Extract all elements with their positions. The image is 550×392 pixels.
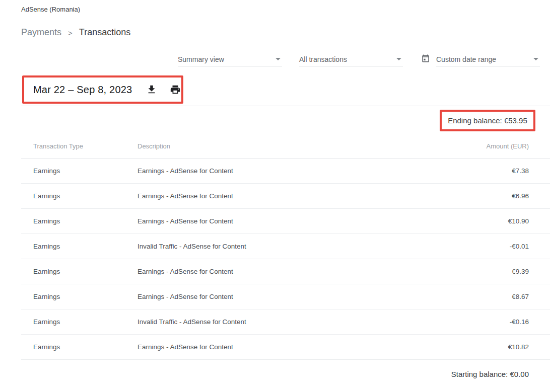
cell-description: Earnings - AdSense for Content [138,293,448,300]
breadcrumb-separator-icon: > [68,29,73,37]
download-icon[interactable] [146,84,157,96]
cell-transaction-type: Earnings [33,192,138,200]
cell-amount: €6.96 [448,192,529,200]
table-row: EarningsInvalid Traffic - AdSense for Co… [21,309,550,335]
table-header: Transaction Type Description Amount (EUR… [21,134,550,159]
breadcrumb: Payments > Transactions [21,27,130,38]
date-range-label: Mar 22 – Sep 8, 2023 [33,84,132,96]
cell-amount: -€0.01 [448,243,529,250]
column-transaction-type: Transaction Type [33,142,138,150]
cell-amount: €8.67 [448,293,529,300]
calendar-icon[interactable] [421,54,430,63]
transactions-table: Transaction Type Description Amount (EUR… [21,134,550,360]
cell-description: Invalid Traffic - AdSense for Content [138,243,448,250]
table-body: EarningsEarnings - AdSense for Content€7… [21,159,550,360]
table-row: EarningsEarnings - AdSense for Content€9… [21,259,550,284]
chevron-down-icon [396,58,401,60]
cell-transaction-type: Earnings [33,268,138,275]
ending-balance-label: Ending balance: €53.95 [448,116,527,125]
cell-amount: €10.82 [448,343,529,351]
annotation-box-date-range: Mar 22 – Sep 8, 2023 [22,75,183,104]
cell-description: Earnings - AdSense for Content [138,167,448,175]
cell-amount: €10.90 [448,217,529,225]
column-amount: Amount (EUR) [448,142,529,150]
date-range-value: Custom date range [436,55,496,63]
account-label: AdSense (Romania) [21,6,80,13]
cell-description: Earnings - AdSense for Content [138,268,448,275]
summary-view-select[interactable]: Summary view [178,52,282,66]
cell-amount: -€0.16 [448,318,529,326]
breadcrumb-transactions: Transactions [79,27,130,38]
print-icon[interactable] [170,84,181,96]
table-row: EarningsEarnings - AdSense for Content€8… [21,284,550,309]
cell-amount: €9.39 [448,268,529,275]
date-range-select[interactable]: Custom date range [436,52,540,66]
transaction-filter-select[interactable]: All transactions [299,52,403,66]
cell-amount: €7.38 [448,167,529,175]
table-row: EarningsEarnings - AdSense for Content€7… [21,159,550,184]
transactions-page: AdSense (Romania) Payments > Transaction… [0,0,550,392]
cell-transaction-type: Earnings [33,217,138,225]
cell-description: Invalid Traffic - AdSense for Content [138,318,448,326]
starting-balance-label: Starting balance: €0.00 [451,370,529,378]
cell-description: Earnings - AdSense for Content [138,217,448,225]
cell-transaction-type: Earnings [33,343,138,351]
cell-description: Earnings - AdSense for Content [138,343,448,351]
cell-transaction-type: Earnings [33,293,138,300]
table-row: EarningsEarnings - AdSense for Content€1… [21,335,550,360]
cell-transaction-type: Earnings [33,167,138,175]
table-row: EarningsInvalid Traffic - AdSense for Co… [21,234,550,259]
breadcrumb-payments[interactable]: Payments [21,27,61,38]
summary-view-value: Summary view [178,55,224,63]
table-row: EarningsEarnings - AdSense for Content€1… [21,209,550,234]
cell-transaction-type: Earnings [33,243,138,250]
table-row: EarningsEarnings - AdSense for Content€6… [21,184,550,209]
cell-description: Earnings - AdSense for Content [138,192,448,200]
annotation-box-ending-balance: Ending balance: €53.95 [440,110,535,131]
chevron-down-icon [276,58,281,60]
divider [21,106,550,106]
cell-transaction-type: Earnings [33,318,138,326]
transaction-filter-value: All transactions [299,55,347,63]
chevron-down-icon [533,58,538,60]
column-description: Description [138,142,448,150]
